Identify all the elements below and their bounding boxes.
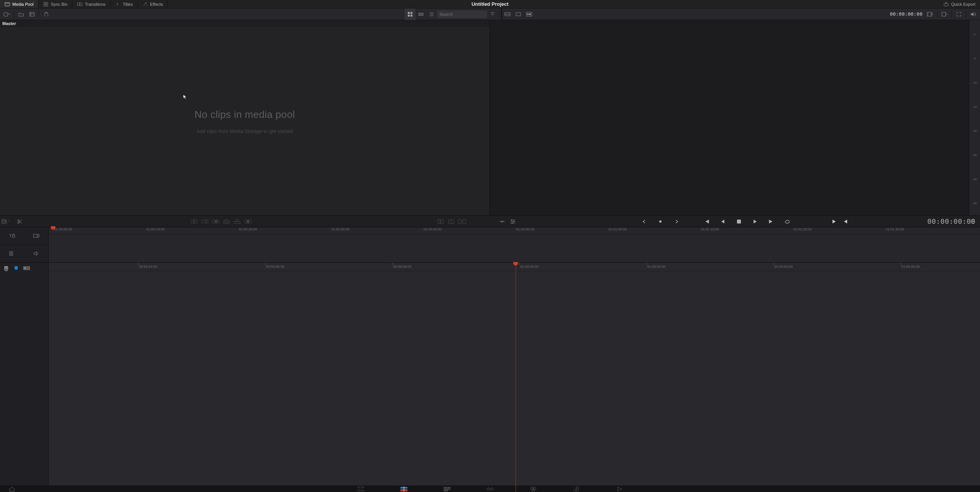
tools-dissolve-button[interactable] xyxy=(435,216,446,227)
tab-titles[interactable]: T Titles xyxy=(111,0,138,8)
stop-button[interactable] xyxy=(734,217,744,227)
strip-icon xyxy=(418,12,424,17)
timeline-options-button[interactable] xyxy=(508,216,518,227)
audio-mute-button[interactable] xyxy=(968,8,978,20)
ruler-tick: 01:00:00:00 xyxy=(520,265,539,269)
smart-insert-button[interactable] xyxy=(189,216,199,227)
audio-track-button[interactable] xyxy=(8,249,16,258)
flag-icon xyxy=(23,266,30,270)
upper-timeline-side: T xyxy=(0,227,49,262)
source-overwrite-button[interactable] xyxy=(243,216,253,227)
mark-out-button[interactable] xyxy=(843,219,848,224)
meter-tick: -30 xyxy=(969,143,980,167)
svg-rect-39 xyxy=(247,220,249,223)
separator xyxy=(499,11,500,18)
boring-detector-button[interactable] xyxy=(0,216,11,227)
go-end-button[interactable] xyxy=(766,217,776,227)
lower-playhead[interactable] xyxy=(516,262,516,492)
append-icon xyxy=(201,219,208,224)
lower-ruler[interactable]: 00:59:54:0000:59:56:0000:59:58:0001:00:0… xyxy=(49,263,980,271)
play-button[interactable] xyxy=(750,217,760,227)
go-start-button[interactable] xyxy=(702,217,712,227)
search-options-button[interactable] xyxy=(487,8,498,20)
page-fairlight[interactable] xyxy=(571,485,581,492)
viewer-timecode[interactable]: 00:00:00:00 xyxy=(888,12,925,17)
append-button[interactable] xyxy=(199,216,210,227)
ruler-tick: 01:01:10:00 xyxy=(701,227,719,231)
upper-timeline-track[interactable]: 01:00:00:0001:00:10:0001:00:20:0001:00:3… xyxy=(49,227,980,262)
viewer-panel[interactable] xyxy=(490,20,969,215)
page-color[interactable] xyxy=(528,485,538,492)
play-reverse-button[interactable] xyxy=(718,217,728,227)
caret-down-icon xyxy=(8,13,11,16)
mark-in-button[interactable] xyxy=(832,219,837,224)
upper-ruler[interactable]: 01:00:00:0001:00:10:0001:00:20:0001:00:3… xyxy=(49,227,980,234)
quick-export-button[interactable]: Quick Export xyxy=(939,0,980,8)
strip-view-button[interactable] xyxy=(415,8,426,20)
close-up-button[interactable] xyxy=(221,216,232,227)
source-clip-button[interactable] xyxy=(513,8,524,20)
chevron-left-icon xyxy=(642,220,646,223)
sort-media-button[interactable] xyxy=(27,8,37,20)
page-edit[interactable] xyxy=(442,485,452,492)
tab-sync-bin[interactable]: Sync Bin xyxy=(39,0,72,8)
ruler-tick: 01:00:10:00 xyxy=(146,227,165,231)
home-button[interactable] xyxy=(7,485,17,492)
tab-effects[interactable]: Effects xyxy=(138,0,168,8)
flag-button[interactable] xyxy=(23,266,30,270)
video-track-button[interactable] xyxy=(32,232,40,240)
split-clip-button[interactable] xyxy=(14,216,25,227)
svg-rect-40 xyxy=(438,220,440,223)
jog-dot-button[interactable] xyxy=(655,217,665,227)
marker-button[interactable] xyxy=(14,266,18,270)
expand-icon xyxy=(956,12,962,17)
snap-button[interactable] xyxy=(3,266,9,272)
tools-cut-button[interactable] xyxy=(446,216,457,227)
source-tape-button[interactable] xyxy=(502,8,513,20)
sync-lock-button[interactable] xyxy=(497,216,508,227)
media-pool-breadcrumb[interactable]: Master xyxy=(0,20,489,27)
tab-media-pool[interactable]: Media Pool xyxy=(0,0,39,8)
separator xyxy=(952,11,952,18)
ruler-tick: 01:00:20:00 xyxy=(239,227,257,231)
src-overwrite-icon xyxy=(245,219,251,224)
source-tape-icon xyxy=(504,12,511,17)
dissolve-icon xyxy=(437,219,444,224)
ruler-tick: 01:01:30:00 xyxy=(886,227,904,231)
meter-tick: -20 xyxy=(969,119,980,143)
svg-rect-13 xyxy=(410,12,412,14)
lower-timeline-track[interactable]: 00:59:54:0000:59:56:0000:59:58:0001:00:0… xyxy=(49,263,980,485)
dot-icon xyxy=(659,220,662,223)
stop-icon xyxy=(737,219,741,224)
search-input[interactable] xyxy=(437,10,487,18)
smoothcut-icon xyxy=(458,219,466,224)
svg-rect-31 xyxy=(213,220,215,223)
import-folder-button[interactable] xyxy=(16,8,27,20)
tools-smooth-cut-button[interactable] xyxy=(457,216,467,227)
ruler-tick: 00:59:54:00 xyxy=(139,265,157,269)
safe-area-button[interactable] xyxy=(925,8,936,20)
page-media[interactable] xyxy=(356,485,366,492)
tab-transitions[interactable]: Transitions xyxy=(72,0,110,8)
thumbnail-view-button[interactable] xyxy=(405,8,415,20)
import-media-button[interactable] xyxy=(2,8,12,20)
loop-button[interactable] xyxy=(782,217,792,227)
media-pool-body[interactable]: No clips in media pool Add clips from Me… xyxy=(0,27,489,215)
svg-rect-43 xyxy=(458,220,461,223)
jog-back-button[interactable] xyxy=(639,217,649,227)
page-cut[interactable] xyxy=(399,485,409,492)
page-fusion[interactable] xyxy=(485,485,495,492)
fullscreen-viewer-button[interactable] xyxy=(953,8,964,20)
timeline-lock-button[interactable]: T xyxy=(8,232,16,240)
place-on-top-button[interactable] xyxy=(232,216,243,227)
page-deliver[interactable] xyxy=(615,485,625,492)
audio-disable-button[interactable] xyxy=(32,249,40,258)
list-view-button[interactable] xyxy=(426,8,437,20)
jog-fwd-button[interactable] xyxy=(672,217,682,227)
zoom-button[interactable] xyxy=(939,8,950,20)
timeline-menu-button[interactable] xyxy=(967,216,978,227)
ripple-overwrite-button[interactable] xyxy=(210,216,221,227)
svg-rect-0 xyxy=(5,2,10,6)
timeline-viewer-button[interactable] xyxy=(524,8,534,20)
resolve-fx-button[interactable] xyxy=(41,8,52,20)
